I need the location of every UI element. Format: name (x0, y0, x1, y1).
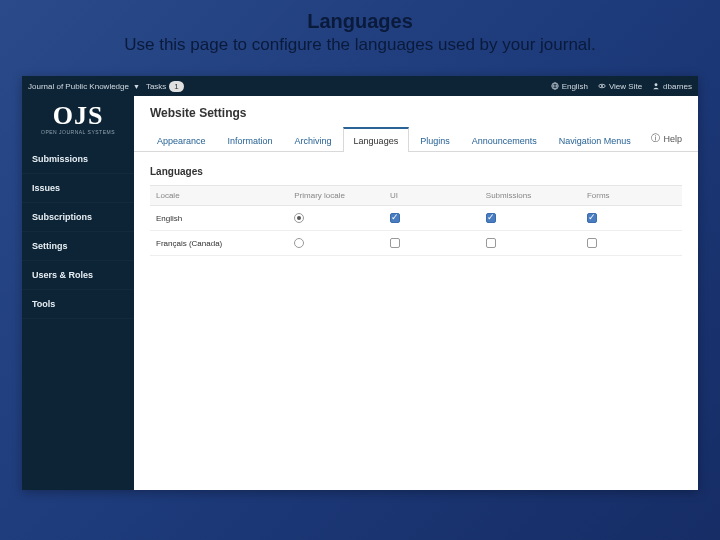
ui-checkbox[interactable] (384, 206, 480, 231)
journal-selector[interactable]: Journal of Public Knowledge ▼ (28, 82, 140, 91)
svg-point-4 (601, 85, 603, 87)
sidebar-item-users-roles[interactable]: Users & Roles (22, 261, 134, 290)
caret-down-icon: ▼ (133, 83, 140, 90)
tab-navigation-menus[interactable]: Navigation Menus (548, 128, 642, 152)
slide-heading: Languages Use this page to configure the… (0, 0, 720, 63)
content-area: Website Settings Appearance Information … (134, 96, 698, 490)
logo-subtext: OPEN JOURNAL SYSTEMS (30, 129, 126, 135)
language-label: English (562, 82, 588, 91)
table-row: English (150, 206, 682, 231)
tab-languages[interactable]: Languages (343, 127, 410, 152)
forms-checkbox[interactable] (581, 206, 682, 231)
tasks-label: Tasks (146, 82, 166, 91)
languages-table: Locale Primary locale UI Submissions For… (150, 185, 682, 256)
radio-icon (294, 238, 304, 248)
slide-subtitle: Use this page to configure the languages… (40, 35, 680, 55)
sidebar-item-issues[interactable]: Issues (22, 174, 134, 203)
primary-radio[interactable] (288, 231, 384, 256)
checkbox-icon (486, 213, 496, 223)
eye-icon (598, 82, 606, 90)
help-link[interactable]: ⓘ Help (647, 126, 686, 151)
slide-title: Languages (40, 10, 680, 33)
submissions-checkbox[interactable] (480, 206, 581, 231)
help-label: Help (663, 134, 682, 144)
tabs: Appearance Information Archiving Languag… (134, 126, 698, 152)
col-submissions: Submissions (480, 186, 581, 206)
forms-checkbox[interactable] (581, 231, 682, 256)
globe-icon (551, 82, 559, 90)
tasks-badge: 1 (169, 81, 183, 92)
col-primary: Primary locale (288, 186, 384, 206)
tab-plugins[interactable]: Plugins (409, 128, 461, 152)
col-ui: UI (384, 186, 480, 206)
user-icon (652, 82, 660, 90)
tab-announcements[interactable]: Announcements (461, 128, 548, 152)
radio-icon (294, 213, 304, 223)
checkbox-icon (390, 238, 400, 248)
table-row: Français (Canada) (150, 231, 682, 256)
logo[interactable]: OJS OPEN JOURNAL SYSTEMS (22, 100, 134, 145)
primary-radio[interactable] (288, 206, 384, 231)
view-site-label: View Site (609, 82, 642, 91)
ui-checkbox[interactable] (384, 231, 480, 256)
submissions-checkbox[interactable] (480, 231, 581, 256)
sidebar-item-subscriptions[interactable]: Subscriptions (22, 203, 134, 232)
col-locale: Locale (150, 186, 288, 206)
journal-label: Journal of Public Knowledge (28, 82, 129, 91)
user-label: dbarnes (663, 82, 692, 91)
checkbox-icon (587, 238, 597, 248)
language-switcher[interactable]: English (551, 82, 588, 91)
logo-text: OJS (30, 104, 126, 127)
tab-archiving[interactable]: Archiving (284, 128, 343, 152)
sidebar: OJS OPEN JOURNAL SYSTEMS Submissions Iss… (22, 96, 134, 490)
user-menu[interactable]: dbarnes (652, 82, 692, 91)
locale-cell: Français (Canada) (150, 231, 288, 256)
checkbox-icon (486, 238, 496, 248)
sidebar-item-tools[interactable]: Tools (22, 290, 134, 319)
sidebar-item-settings[interactable]: Settings (22, 232, 134, 261)
svg-point-5 (655, 83, 658, 86)
app-window: Journal of Public Knowledge ▼ Tasks 1 En… (22, 76, 698, 490)
page-title: Website Settings (134, 96, 698, 126)
checkbox-icon (587, 213, 597, 223)
topbar: Journal of Public Knowledge ▼ Tasks 1 En… (22, 76, 698, 96)
col-forms: Forms (581, 186, 682, 206)
checkbox-icon (390, 213, 400, 223)
locale-cell: English (150, 206, 288, 231)
sidebar-item-submissions[interactable]: Submissions (22, 145, 134, 174)
view-site-link[interactable]: View Site (598, 82, 642, 91)
languages-panel: Languages Locale Primary locale UI Submi… (134, 152, 698, 270)
tab-information[interactable]: Information (217, 128, 284, 152)
table-header-row: Locale Primary locale UI Submissions For… (150, 186, 682, 206)
tab-appearance[interactable]: Appearance (146, 128, 217, 152)
tasks-button[interactable]: Tasks 1 (146, 81, 184, 92)
help-icon: ⓘ (651, 132, 660, 145)
panel-title: Languages (150, 166, 682, 177)
